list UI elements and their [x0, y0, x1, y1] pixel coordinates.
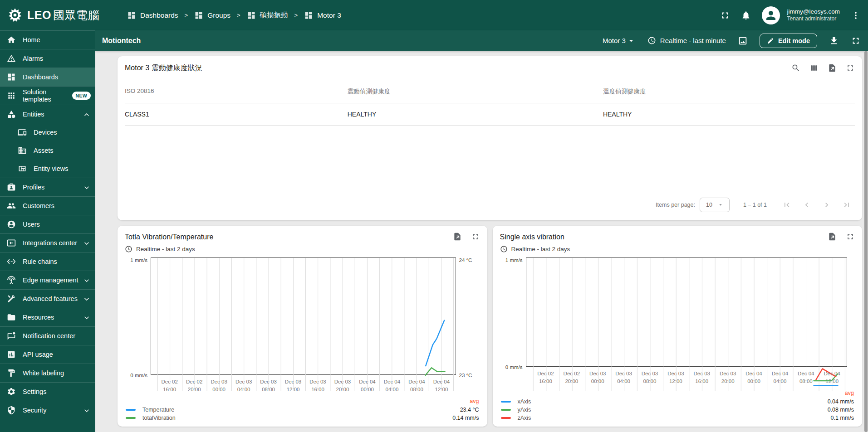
timewindow-button[interactable]: Realtime - last minute: [647, 36, 726, 45]
sidebar-item-settings[interactable]: Settings: [0, 383, 95, 401]
last-page-icon[interactable]: [842, 200, 851, 209]
sidebar-item-white-labeling[interactable]: White labeling: [0, 364, 95, 382]
legend-item-yaxis[interactable]: yAxis0.08 mm/s: [501, 406, 854, 414]
breadcrumb-item-groups[interactable]: Groups: [194, 11, 230, 20]
logo[interactable]: LEO國眾電腦: [0, 0, 95, 30]
widget-fullscreen-icon[interactable]: [471, 232, 480, 241]
column-header[interactable]: ISO 20816: [125, 87, 348, 96]
edit-mode-label: Edit mode: [778, 37, 810, 44]
chart-timewindow[interactable]: Realtime - last 2 days: [125, 245, 480, 253]
sidebar-item-devices[interactable]: Devices: [0, 123, 95, 141]
resources-icon: [7, 313, 23, 322]
x-tick-label: Dec 0412:00: [433, 378, 450, 394]
chart-legend: avg Temperature23.4 °CtotalVibration0.14…: [125, 397, 480, 422]
x-tick-label: Dec 0220:00: [186, 378, 202, 394]
sidebar-item-edge-management[interactable]: Edge management: [0, 271, 95, 289]
sidebar: LEO國眾電腦 HomeAlarmsDashboardsSolution tem…: [0, 0, 95, 432]
sidebar-item-rule-chains[interactable]: Rule chains: [0, 252, 95, 271]
x-tick-label: Dec 0312:00: [285, 378, 301, 394]
x-tick-label: Dec 0404:00: [772, 370, 788, 386]
sidebar-item-label: Advanced features: [23, 295, 78, 302]
x-tick-label: Dec 0404:00: [384, 378, 400, 394]
sidebar-item-users[interactable]: Users: [0, 215, 95, 233]
legend-series-name: zAxis: [518, 415, 531, 421]
page-size-select[interactable]: 10: [700, 198, 730, 212]
dashboard-image-icon[interactable]: [738, 36, 748, 46]
export-icon[interactable]: [453, 232, 462, 241]
table-spacer: [125, 126, 855, 194]
user-meta: jimmy@leosys.com Tenant administrator: [787, 8, 840, 23]
chart-legend: avg xAxis0.04 mm/syAxis0.08 mm/szAxis0.1…: [500, 389, 855, 422]
sidebar-item-home[interactable]: Home: [0, 31, 95, 49]
breadcrumb-item-dashboards[interactable]: Dashboards: [127, 11, 178, 20]
legend-item-temperature[interactable]: Temperature23.4 °C: [126, 406, 479, 414]
table-row[interactable]: CLASS1HEALTHYHEALTHY: [125, 103, 855, 126]
breadcrumb-item-motor-3[interactable]: Motor 3: [304, 11, 341, 20]
sidebar-item-label: Settings: [23, 388, 46, 395]
more-menu-icon[interactable]: [851, 10, 861, 20]
next-page-icon[interactable]: [822, 200, 831, 209]
first-page-icon[interactable]: [782, 200, 791, 209]
fullscreen-icon[interactable]: [720, 10, 730, 20]
prev-page-icon[interactable]: [802, 200, 811, 209]
sidebar-item-profiles[interactable]: Profiles: [0, 178, 95, 196]
entity-select-value: Motor 3: [603, 37, 626, 44]
x-tick-label: Dec 0412:00: [824, 370, 840, 386]
column-header[interactable]: 溫度偵測健康度: [603, 87, 855, 96]
breadcrumb-item-碩揚振動[interactable]: 碩揚振動: [247, 10, 288, 20]
widget-fullscreen-icon[interactable]: [846, 63, 855, 73]
sidebar-item-label: Home: [23, 36, 40, 44]
table-cell: HEALTHY: [348, 111, 603, 118]
legend-item-totalvibration[interactable]: totalVibration0.14 mm/s: [126, 414, 479, 422]
legend-marker: [501, 417, 511, 419]
toolbar-fullscreen-icon[interactable]: [851, 36, 861, 46]
sidebar-item-customers[interactable]: Customers: [0, 197, 95, 215]
plot-area[interactable]: [526, 257, 848, 367]
export-icon[interactable]: [828, 63, 837, 73]
chart-body: 1 mm/s 0 mm/s Dec 0216:00Dec 0220:00Dec …: [500, 257, 855, 389]
edit-mode-button[interactable]: Edit mode: [760, 34, 817, 48]
chevron-up-icon: [82, 110, 91, 119]
sidebar-item-entities[interactable]: Entities: [0, 105, 95, 123]
avatar[interactable]: [762, 6, 780, 24]
notifications-bell-icon[interactable]: [741, 10, 751, 20]
dashboard-toolbar: Motiontech Motor 3 Realtime - last minut…: [95, 30, 868, 51]
sidebar-item-security[interactable]: Security: [0, 401, 95, 419]
column-header[interactable]: 震動偵測健康度: [348, 87, 603, 96]
widget-fullscreen-icon[interactable]: [846, 232, 855, 241]
sidebar-item-assets[interactable]: Assets: [0, 141, 95, 160]
x-tick-label: Dec 0400:00: [745, 370, 762, 386]
entity-select[interactable]: Motor 3: [603, 36, 636, 45]
plot-area[interactable]: [151, 257, 456, 375]
sidebar-item-label: Assets: [34, 147, 54, 154]
scrollbar[interactable]: [864, 51, 868, 432]
breadcrumb-label: Dashboards: [140, 11, 178, 19]
sidebar-item-notification-center[interactable]: Notification center: [0, 327, 95, 345]
legend-item-zaxis[interactable]: zAxis0.1 mm/s: [501, 414, 854, 422]
sidebar-item-dashboards[interactable]: Dashboards: [0, 68, 95, 86]
chevron-down-icon: [82, 313, 91, 322]
x-tick-label: Dec 0320:00: [334, 378, 351, 394]
legend-item-xaxis[interactable]: xAxis0.04 mm/s: [501, 398, 854, 406]
notification-icon: [7, 331, 23, 340]
legend-avg-value: 0.08 mm/s: [828, 407, 854, 413]
widget-grid: Motor 3 震動健康度狀況 ISO 20816震動偵測健康度溫度偵測健康度 …: [118, 56, 862, 427]
chart-timewindow[interactable]: Realtime - last 2 days: [500, 245, 855, 253]
columns-icon[interactable]: [809, 63, 819, 73]
scrollbar-thumb[interactable]: [864, 51, 868, 432]
sidebar-item-alarms[interactable]: Alarms: [0, 49, 95, 68]
export-icon[interactable]: [828, 232, 837, 241]
security-icon: [7, 406, 23, 415]
sidebar-item-label: Security: [23, 407, 46, 414]
x-tick-label: Dec 0400:00: [359, 378, 375, 394]
sidebar-item-integrations-center[interactable]: Integrations center: [0, 234, 95, 252]
breadcrumb-separator: >: [294, 12, 298, 19]
download-icon[interactable]: [829, 36, 839, 46]
timewindow-label: Realtime - last minute: [660, 37, 726, 44]
sidebar-item-resources[interactable]: Resources: [0, 308, 95, 326]
sidebar-item-entity-views[interactable]: Entity views: [0, 160, 95, 178]
sidebar-item-solution-templates[interactable]: Solution templatesNEW: [0, 87, 95, 105]
search-icon[interactable]: [791, 63, 800, 73]
sidebar-item-advanced-features[interactable]: Advanced features: [0, 290, 95, 308]
sidebar-item-api-usage[interactable]: API usage: [0, 345, 95, 364]
